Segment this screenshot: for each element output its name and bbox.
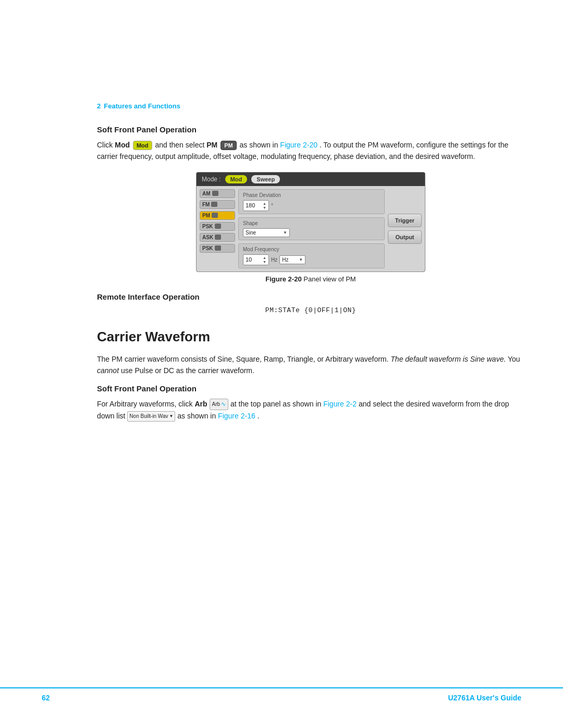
panel-left-col: AM FM PM PSK: [200, 189, 235, 268]
page-footer: 62 U2761A User's Guide: [0, 687, 563, 702]
ask-icon: [215, 235, 221, 240]
section3-paragraph: For Arbitrary waveforms, click Arb Arb ∿…: [97, 398, 524, 422]
am-icon: [212, 191, 218, 196]
panel-am-btn[interactable]: AM: [200, 189, 235, 198]
mod-freq-value: 10: [246, 256, 252, 263]
dropdown-value: Non Built-in Wav: [129, 412, 168, 421]
panel-top-bar: Mode : Mod Sweep: [197, 172, 425, 186]
section2-heading: Remote Interface Operation: [97, 292, 524, 301]
panel-mod-button[interactable]: Mod: [225, 175, 248, 183]
section1-paragraph: Click Mod Mod and then select PM PM as s…: [97, 139, 524, 163]
figure2-2-link[interactable]: Figure 2-2: [323, 400, 357, 408]
shape-group: Shape Sine ▼: [238, 217, 385, 240]
ask-label: ASK: [202, 235, 213, 240]
freq-unit: Hz: [271, 257, 277, 263]
panel-mode-label: Mode :: [202, 176, 221, 183]
arb-label: Arb: [212, 400, 221, 409]
shape-arrow: ▼: [283, 230, 287, 235]
cw-cannot: cannot: [97, 366, 119, 375]
mod-freq-group: Mod Frequency 10 ▲ ▼ Hz Hz: [238, 243, 385, 268]
panel-main-area: Phase Deviation 180 ▲ ▼ °: [238, 189, 385, 268]
phase-deviation-value: 180: [246, 202, 255, 208]
cw-part1: The PM carrier waveform consists of Sine…: [97, 355, 390, 363]
mod-freq-input[interactable]: 10 ▲ ▼: [243, 254, 269, 265]
freq-spinner-down[interactable]: ▼: [263, 260, 266, 264]
psk2-label: PSK: [202, 245, 213, 251]
trigger-button[interactable]: Trigger: [388, 214, 422, 227]
carrier-waveform-paragraph: The PM carrier waveform consists of Sine…: [97, 353, 524, 377]
footer-guide-title: U2761A User's Guide: [448, 694, 521, 702]
arb-wave-icon: ∿: [221, 400, 226, 409]
phase-spinner[interactable]: ▲ ▼: [263, 202, 266, 209]
mod-freq-label: Mod Frequency: [243, 246, 380, 252]
panel-fm-btn[interactable]: FM: [200, 200, 235, 209]
s3-part1: For Arbitrary waveforms, click: [97, 400, 194, 408]
panel-psk2-btn[interactable]: PSK: [200, 244, 235, 253]
panel-pm-btn[interactable]: PM: [200, 211, 235, 220]
page-container: 2 Features and Functions Soft Front Pane…: [0, 0, 563, 728]
freq-arrow: ▼: [299, 257, 303, 262]
figure2-16-link[interactable]: Figure 2-16: [218, 412, 255, 420]
panel-body: AM FM PM PSK: [197, 186, 425, 272]
figure20-caption: Figure 2-20 Panel view of PM: [97, 275, 524, 283]
phase-unit: °: [271, 203, 273, 208]
footer-page-number: 62: [42, 694, 50, 702]
freq-spinner-up[interactable]: ▲: [263, 256, 266, 260]
cw-italic: The default waveform is Sine wave.: [390, 355, 506, 363]
chapter-title: Features and Functions: [104, 102, 180, 110]
dropdown-arrow: ▼: [169, 413, 173, 420]
freq-unit-select[interactable]: Hz ▼: [279, 255, 305, 264]
psk-label: PSK: [202, 224, 213, 229]
section1-heading: Soft Front Panel Operation: [97, 125, 524, 134]
fm-label: FM: [202, 202, 210, 207]
chapter-number: 2: [97, 102, 101, 110]
panel-right-col: Trigger Output: [388, 189, 422, 268]
s3-part4: as shown in: [177, 412, 218, 420]
cw-part2: You: [508, 355, 520, 363]
para1-pm-word: PM: [206, 141, 217, 149]
phase-deviation-row: 180 ▲ ▼ °: [243, 200, 380, 211]
mod-button-inline: Mod: [133, 141, 152, 150]
shape-select[interactable]: Sine ▼: [243, 228, 290, 237]
arb-button-inline: Arb ∿: [210, 399, 229, 410]
s3-part2: at the top panel as shown in: [230, 400, 323, 408]
spinner-down[interactable]: ▼: [263, 206, 266, 209]
para1-mod-word: Mod: [115, 141, 130, 149]
spinner-up[interactable]: ▲: [263, 202, 266, 205]
section3-heading: Soft Front Panel Operation: [97, 384, 524, 393]
freq-unit-val: Hz: [282, 257, 288, 263]
freq-spinner[interactable]: ▲ ▼: [263, 256, 266, 264]
remote-command: PM:STATe {0|OFF|1|ON}: [97, 306, 524, 314]
pm-label: PM: [202, 213, 210, 218]
fm-icon: [211, 202, 217, 207]
para1-part1: Click: [97, 141, 115, 149]
chapter-header: 2 Features and Functions: [97, 102, 180, 110]
panel-psk-btn[interactable]: PSK: [200, 222, 235, 231]
panel-ask-btn[interactable]: ASK: [200, 233, 235, 242]
s3-part5: .: [258, 412, 260, 420]
mod-freq-row: 10 ▲ ▼ Hz Hz ▼: [243, 254, 380, 265]
dropdown-inline[interactable]: Non Built-in Wav ▼: [127, 411, 175, 422]
panel-sweep-button[interactable]: Sweep: [251, 175, 280, 183]
figure20-caption-text: Panel view of PM: [303, 275, 356, 283]
cw-part3: use Pulse or DC as the carrier waveform.: [121, 366, 254, 375]
pm-button-inline: PM: [221, 141, 237, 150]
s3-arb-word: Arb: [194, 400, 207, 408]
panel-screenshot: Mode : Mod Sweep AM FM PM: [196, 172, 425, 272]
phase-deviation-label: Phase Deviation: [243, 192, 380, 198]
shape-value: Sine: [246, 230, 256, 236]
para1-part2: and then select: [155, 141, 206, 149]
figure20-link[interactable]: Figure 2-20: [280, 141, 317, 149]
content-area: Soft Front Panel Operation Click Mod Mod…: [97, 125, 524, 429]
carrier-waveform-heading: Carrier Waveform: [97, 329, 524, 345]
phase-deviation-input[interactable]: 180 ▲ ▼: [243, 200, 269, 211]
output-button[interactable]: Output: [388, 230, 422, 244]
am-label: AM: [202, 191, 211, 196]
para1-part3: as shown in: [240, 141, 280, 149]
psk2-icon: [215, 245, 221, 251]
pm-icon: [212, 213, 218, 218]
psk-icon: [215, 224, 221, 229]
shape-label: Shape: [243, 220, 380, 226]
phase-deviation-group: Phase Deviation 180 ▲ ▼ °: [238, 189, 385, 214]
figure20-caption-bold: Figure 2-20: [265, 275, 301, 283]
